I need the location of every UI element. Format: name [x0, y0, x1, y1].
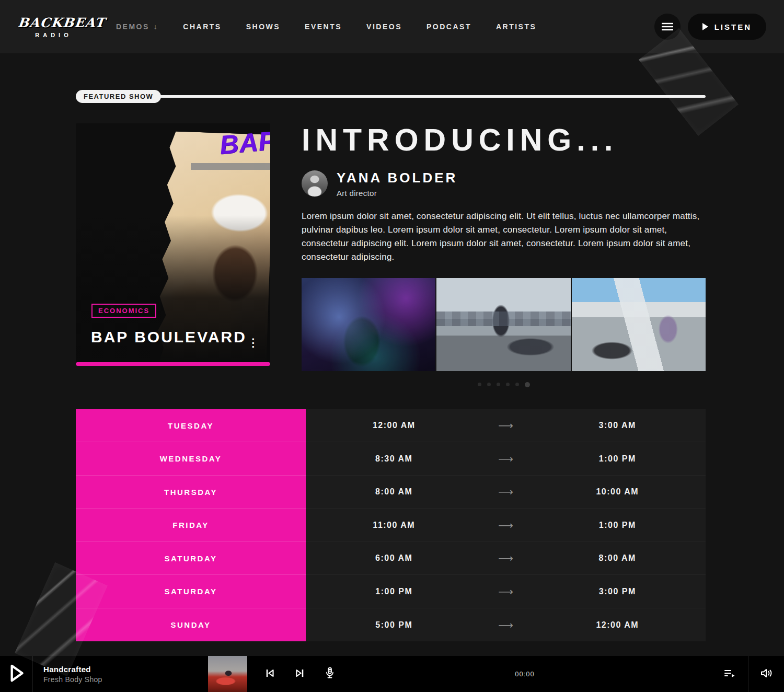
schedule-times: 11:00 AM ⟶ 1:00 PM [306, 509, 706, 542]
track-title: Handcrafted [43, 665, 208, 674]
gallery-photo-dancers[interactable] [436, 278, 570, 371]
show-description: Lorem ipsum dolor sit amet, consectetur … [302, 210, 706, 264]
arrow-right-icon: ⟶ [482, 486, 529, 498]
schedule-start-time: 6:00 AM [306, 553, 482, 563]
skip-previous-button[interactable] [261, 664, 279, 684]
author-meta: YANA BOLDER Art director [337, 170, 457, 198]
nav-item-shows[interactable]: SHOWS [246, 22, 280, 31]
gallery-photo-concert[interactable] [302, 278, 435, 371]
nav-item-videos[interactable]: VIDEOS [366, 22, 402, 31]
schedule-day: SATURDAY [76, 575, 306, 608]
playlist-play-icon [723, 667, 736, 681]
player-right-controls [711, 656, 784, 692]
schedule-row: SATURDAY 6:00 AM ⟶ 8:00 AM [76, 542, 706, 575]
listen-button-label: LISTEN [714, 22, 752, 31]
schedule-day: SATURDAY [76, 542, 306, 575]
schedule-day: FRIDAY [76, 509, 306, 542]
schedule-table: TUESDAY 12:00 AM ⟶ 3:00 AM WEDNESDAY 8:3… [76, 409, 706, 642]
author-name: YANA BOLDER [337, 170, 457, 186]
nav-item-artists[interactable]: ARTISTS [496, 22, 536, 31]
chevron-down-icon: ↓ [154, 22, 159, 31]
schedule-end-time: 3:00 AM [529, 421, 706, 430]
nav-item-charts[interactable]: CHARTS [183, 22, 221, 31]
schedule-start-time: 8:30 AM [306, 454, 482, 464]
schedule-times: 6:00 AM ⟶ 8:00 AM [306, 542, 706, 575]
schedule-row: WEDNESDAY 8:30 AM ⟶ 1:00 PM [76, 442, 706, 476]
main-nav: DEMOS ↓ CHARTS SHOWS EVENTS VIDEOS PODCA… [116, 22, 536, 31]
logo-title: BACKBEAT [17, 15, 86, 30]
arrow-right-icon: ⟶ [482, 585, 529, 598]
featured-show-card[interactable]: BAP ECONOMICS BAP BOULEVARD ⋮ [76, 123, 270, 366]
show-title: BAP BOULEVARD [91, 328, 247, 346]
menu-button[interactable] [654, 14, 681, 40]
gallery-photo-rooftop[interactable] [572, 278, 706, 371]
carousel-dot[interactable] [487, 383, 491, 386]
carousel-dot[interactable] [515, 383, 519, 386]
nav-item-podcast[interactable]: PODCAST [426, 22, 471, 31]
skip-next-button[interactable] [291, 664, 309, 684]
listen-button[interactable]: LISTEN [688, 14, 766, 40]
microphone-icon [324, 666, 336, 682]
schedule-start-time: 12:00 AM [306, 421, 482, 430]
show-card-graffiti: BAP [218, 125, 270, 160]
schedule-times: 12:00 AM ⟶ 3:00 AM [306, 409, 706, 443]
featured-label-row: FEATURED SHOW [76, 90, 706, 103]
author-role: Art director [337, 189, 457, 198]
nav-item-label: DEMOS [116, 22, 149, 31]
logo-subtitle: RADIO [18, 32, 86, 38]
player-play-button[interactable] [0, 656, 33, 692]
elapsed-time: 00:00 [338, 670, 711, 678]
carousel-dots [302, 382, 706, 387]
arrow-right-icon: ⟶ [482, 419, 529, 432]
schedule-end-time: 1:00 PM [529, 454, 706, 464]
schedule-row: SUNDAY 5:00 PM ⟶ 12:00 AM [76, 608, 706, 642]
nav-item-demos[interactable]: DEMOS ↓ [116, 22, 158, 31]
avatar [302, 170, 328, 197]
arrow-right-icon: ⟶ [482, 619, 529, 631]
schedule-end-time: 1:00 PM [529, 521, 706, 530]
show-overflow-menu-button[interactable]: ⋮ [248, 337, 259, 348]
show-category-badge: ECONOMICS [91, 304, 156, 318]
volume-button[interactable] [748, 656, 784, 692]
play-outline-icon [6, 662, 27, 686]
volume-icon [759, 666, 774, 682]
schedule-day: WEDNESDAY [76, 442, 306, 476]
arrow-right-icon: ⟶ [482, 552, 529, 564]
audio-player-bar: Handcrafted Fresh Body Shop 00:00 [0, 656, 784, 692]
now-playing-info: Handcrafted Fresh Body Shop [33, 665, 208, 684]
track-thumbnail[interactable] [208, 656, 247, 692]
hamburger-icon [662, 22, 673, 31]
schedule-start-time: 5:00 PM [306, 620, 482, 630]
author-row: YANA BOLDER Art director [302, 170, 706, 198]
schedule-row: TUESDAY 12:00 AM ⟶ 3:00 AM [76, 409, 706, 443]
carousel-dot-active[interactable] [525, 382, 530, 387]
play-icon [702, 23, 708, 30]
skip-previous-icon [263, 666, 276, 682]
nav-item-events[interactable]: EVENTS [305, 22, 342, 31]
schedule-row: SATURDAY 1:00 PM ⟶ 3:00 PM [76, 575, 706, 608]
carousel-dot[interactable] [478, 383, 481, 386]
logo[interactable]: BACKBEAT RADIO [18, 15, 86, 38]
show-card-accent-bar [76, 362, 270, 366]
arrow-right-icon: ⟶ [482, 519, 529, 532]
carousel-dot[interactable] [497, 383, 500, 386]
microphone-button[interactable] [321, 664, 338, 684]
intro-column: INTRODUCING... YANA BOLDER Art director … [302, 123, 706, 387]
schedule-times: 1:00 PM ⟶ 3:00 PM [306, 575, 706, 608]
schedule-day: SUNDAY [76, 608, 306, 642]
schedule-row: FRIDAY 11:00 AM ⟶ 1:00 PM [76, 509, 706, 542]
player-controls [247, 664, 338, 684]
track-artist: Fresh Body Shop [43, 675, 208, 684]
featured-divider-line [158, 95, 706, 98]
arrow-right-icon: ⟶ [482, 453, 529, 465]
featured-section: BAP ECONOMICS BAP BOULEVARD ⋮ INTRODUCIN… [76, 123, 706, 387]
schedule-day: TUESDAY [76, 409, 306, 443]
schedule-start-time: 8:00 AM [306, 487, 482, 497]
schedule-end-time: 10:00 AM [529, 487, 706, 497]
carousel-dot[interactable] [506, 383, 510, 386]
queue-button[interactable] [711, 667, 748, 681]
show-card-tape-strip [191, 163, 270, 170]
schedule-start-time: 11:00 AM [306, 521, 482, 530]
page-title: INTRODUCING... [302, 123, 706, 157]
schedule-times: 8:30 AM ⟶ 1:00 PM [306, 442, 706, 476]
